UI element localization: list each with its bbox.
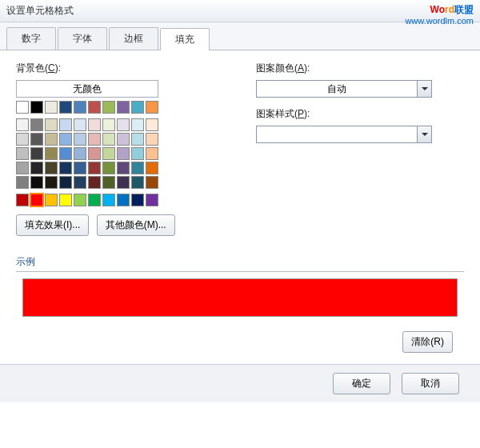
color-swatch[interactable] bbox=[102, 176, 115, 189]
color-swatch[interactable] bbox=[59, 118, 72, 131]
color-swatch[interactable] bbox=[59, 162, 72, 174]
titlebar: 设置单元格格式 Word联盟 www.wordlm.com bbox=[0, 0, 480, 22]
pattern-color-value: 自动 bbox=[257, 82, 417, 96]
pattern-color-label: 图案颜色(A): bbox=[256, 62, 464, 75]
color-swatch[interactable] bbox=[16, 118, 29, 131]
color-swatch[interactable] bbox=[45, 101, 58, 114]
color-swatch[interactable] bbox=[88, 133, 101, 146]
color-swatch[interactable] bbox=[45, 118, 58, 131]
color-swatch[interactable] bbox=[16, 133, 29, 146]
tab-border[interactable]: 边框 bbox=[109, 27, 158, 50]
color-swatch[interactable] bbox=[102, 194, 115, 206]
color-swatch[interactable] bbox=[45, 194, 58, 206]
right-column: 图案颜色(A): 自动 图案样式(P): bbox=[256, 62, 464, 236]
color-swatch[interactable] bbox=[30, 101, 43, 114]
color-swatch[interactable] bbox=[30, 162, 43, 174]
color-swatch[interactable] bbox=[59, 194, 72, 206]
color-swatch[interactable] bbox=[146, 118, 158, 131]
color-swatch[interactable] bbox=[146, 176, 158, 189]
color-swatch[interactable] bbox=[74, 118, 86, 131]
color-swatch[interactable] bbox=[59, 147, 72, 160]
preview-section: 示例 bbox=[16, 255, 464, 317]
preview-label: 示例 bbox=[16, 255, 464, 271]
color-swatch[interactable] bbox=[117, 194, 130, 206]
color-swatch[interactable] bbox=[131, 101, 144, 114]
color-swatch[interactable] bbox=[88, 194, 101, 206]
tab-fill[interactable]: 填充 bbox=[160, 28, 210, 50]
color-swatch[interactable] bbox=[30, 118, 43, 131]
color-swatch[interactable] bbox=[102, 162, 115, 174]
preview-swatch bbox=[22, 278, 458, 317]
color-swatch[interactable] bbox=[117, 118, 130, 131]
color-swatch[interactable] bbox=[88, 118, 101, 131]
color-swatch[interactable] bbox=[88, 101, 101, 114]
color-swatch[interactable] bbox=[30, 194, 43, 206]
color-swatch[interactable] bbox=[117, 133, 130, 146]
dialog-title: 设置单元格格式 bbox=[6, 4, 74, 18]
color-swatch[interactable] bbox=[88, 147, 101, 160]
color-swatch[interactable] bbox=[88, 162, 101, 174]
color-swatch[interactable] bbox=[45, 176, 58, 189]
more-colors-button[interactable]: 其他颜色(M)... bbox=[97, 214, 175, 236]
color-swatch[interactable] bbox=[102, 133, 115, 146]
color-swatch[interactable] bbox=[74, 162, 86, 174]
tab-number[interactable]: 数字 bbox=[6, 27, 56, 50]
watermark: Word联盟 www.wordlm.com bbox=[405, 2, 474, 26]
color-swatch[interactable] bbox=[74, 176, 86, 189]
tab-strip: 数字 字体 边框 填充 bbox=[0, 22, 480, 50]
no-color-button[interactable]: 无颜色 bbox=[16, 80, 158, 98]
tab-font[interactable]: 字体 bbox=[58, 27, 107, 50]
color-swatch[interactable] bbox=[102, 147, 115, 160]
cancel-button[interactable]: 取消 bbox=[402, 373, 459, 394]
color-swatch[interactable] bbox=[74, 147, 86, 160]
color-swatch[interactable] bbox=[131, 133, 144, 146]
pattern-color-dropdown[interactable]: 自动 bbox=[256, 80, 432, 98]
bgcolor-label: 背景色(C): bbox=[16, 62, 224, 75]
color-swatch[interactable] bbox=[146, 133, 158, 146]
color-swatch[interactable] bbox=[131, 147, 144, 160]
color-swatch[interactable] bbox=[30, 176, 43, 189]
color-swatch[interactable] bbox=[16, 176, 29, 189]
color-swatch[interactable] bbox=[146, 101, 158, 114]
color-swatch[interactable] bbox=[16, 162, 29, 174]
color-swatch[interactable] bbox=[146, 194, 158, 206]
color-swatch[interactable] bbox=[30, 147, 43, 160]
color-swatch[interactable] bbox=[74, 133, 86, 146]
color-swatch[interactable] bbox=[45, 162, 58, 174]
color-swatch[interactable] bbox=[131, 176, 144, 189]
color-swatch[interactable] bbox=[59, 133, 72, 146]
left-column: 背景色(C): 无颜色 填充效果(I)... 其他颜色(M)... bbox=[16, 62, 224, 236]
color-swatch[interactable] bbox=[117, 147, 130, 160]
pattern-style-dropdown[interactable] bbox=[256, 126, 432, 143]
color-swatch[interactable] bbox=[59, 176, 72, 189]
color-swatch[interactable] bbox=[16, 147, 29, 160]
color-swatch[interactable] bbox=[16, 101, 29, 114]
ok-button[interactable]: 确定 bbox=[333, 373, 390, 394]
color-swatch[interactable] bbox=[16, 194, 29, 206]
clear-button[interactable]: 清除(R) bbox=[402, 331, 453, 353]
color-swatch[interactable] bbox=[131, 194, 144, 206]
chevron-down-icon[interactable] bbox=[417, 81, 431, 97]
color-swatch[interactable] bbox=[88, 176, 101, 189]
color-swatch[interactable] bbox=[146, 162, 158, 174]
pattern-style-label: 图案样式(P): bbox=[256, 107, 464, 121]
color-swatch[interactable] bbox=[59, 101, 72, 114]
color-swatch[interactable] bbox=[131, 118, 144, 131]
chevron-down-icon[interactable] bbox=[417, 126, 431, 142]
color-swatch[interactable] bbox=[30, 133, 43, 146]
color-swatch[interactable] bbox=[117, 162, 130, 174]
fill-effects-button[interactable]: 填充效果(I)... bbox=[16, 214, 89, 236]
theme-color-grid bbox=[16, 101, 160, 114]
color-swatch[interactable] bbox=[74, 194, 86, 206]
color-swatch[interactable] bbox=[45, 147, 58, 160]
color-swatch[interactable] bbox=[146, 147, 158, 160]
dialog-footer: 确定 取消 bbox=[0, 364, 480, 402]
color-swatch[interactable] bbox=[102, 118, 115, 131]
color-swatch[interactable] bbox=[131, 162, 144, 174]
color-swatch[interactable] bbox=[74, 101, 86, 114]
color-swatch[interactable] bbox=[117, 176, 130, 189]
color-swatch[interactable] bbox=[102, 101, 115, 114]
tint-color-grid bbox=[16, 118, 160, 189]
color-swatch[interactable] bbox=[45, 133, 58, 146]
color-swatch[interactable] bbox=[117, 101, 130, 114]
